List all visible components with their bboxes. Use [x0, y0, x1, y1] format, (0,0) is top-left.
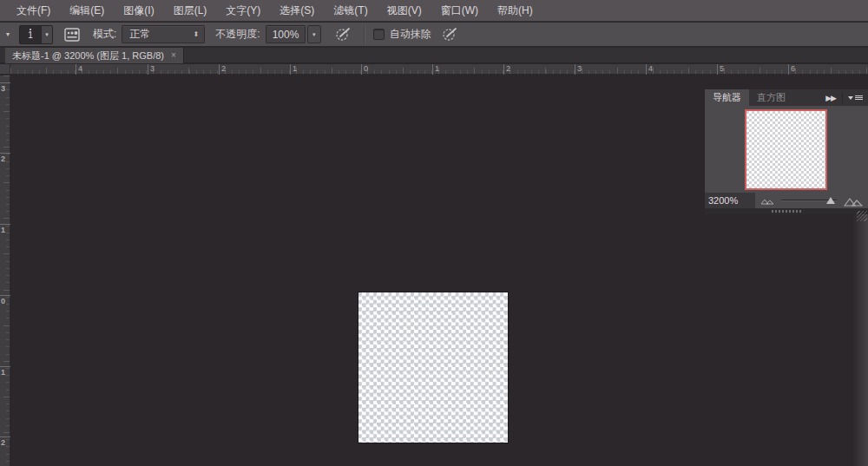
- document-tab-bar: 未标题-1 @ 3200% (图层 1, RGB/8) ×: [0, 48, 868, 63]
- ruler-tick: [503, 64, 504, 75]
- menu-item[interactable]: 视图(V): [378, 0, 431, 22]
- mode-label: 模式:: [93, 27, 116, 42]
- zoom-out-button[interactable]: [760, 196, 774, 205]
- ruler-tick: [290, 64, 291, 75]
- menu-item[interactable]: 窗口(W): [431, 0, 488, 22]
- ruler-number: 0: [1, 297, 5, 305]
- tab-histogram[interactable]: 直方图: [749, 89, 793, 106]
- navigator-thumbnail[interactable]: [745, 109, 827, 190]
- collapse-panel-button[interactable]: ▶▶: [819, 89, 842, 106]
- ruler-tick: [0, 153, 10, 154]
- large-mountains-icon: [844, 194, 863, 207]
- pressure-opacity-icon: [335, 27, 352, 42]
- opacity-input[interactable]: 100%: [266, 25, 306, 43]
- menu-item[interactable]: 选择(S): [270, 0, 324, 22]
- menu-item[interactable]: 图层(L): [164, 0, 217, 22]
- ruler-number: 4: [648, 64, 653, 73]
- ruler-number: 5: [720, 64, 724, 73]
- menu-bar: 文件(F)编辑(E)图像(I)图层(L)文字(Y)选择(S)滤镜(T)视图(V)…: [0, 0, 868, 22]
- ruler-number: 2: [221, 64, 226, 73]
- ruler-tick: [0, 436, 10, 437]
- menu-item[interactable]: 文字(Y): [216, 0, 270, 22]
- ruler-number: 0: [364, 64, 368, 73]
- ruler-tick: [219, 64, 220, 75]
- zoom-slider[interactable]: [779, 193, 838, 208]
- ruler-tick: [717, 64, 718, 75]
- tab-navigator[interactable]: 导航器: [705, 89, 749, 106]
- ruler-tick: [575, 64, 575, 75]
- brush-size-picker[interactable]: 1 ▾: [19, 25, 53, 44]
- ruler-tick: [432, 64, 433, 75]
- dock-edge-shade: [852, 213, 868, 466]
- ruler-tick: [0, 295, 10, 296]
- horizontal-ruler[interactable]: 4 3 2 1 0 1: [10, 64, 868, 75]
- header-spacer: [793, 89, 819, 106]
- ruler-tick: [0, 224, 10, 225]
- triangle-down-icon: [848, 96, 853, 100]
- chevron-down-icon[interactable]: ▾: [41, 26, 52, 43]
- slider-thumb[interactable]: [826, 197, 835, 204]
- ruler-number: 1: [435, 64, 439, 73]
- menu-item[interactable]: 帮助(H): [488, 0, 542, 22]
- navigator-panel-header: 导航器 直方图 ▶▶: [705, 89, 868, 106]
- ruler-number: 6: [791, 64, 795, 73]
- airbrush-icon: [442, 27, 458, 42]
- navigator-footer: 3200%: [705, 193, 868, 208]
- ruler-tick: [788, 64, 789, 75]
- auto-erase-checkbox[interactable]: [373, 29, 385, 40]
- zoom-in-button[interactable]: [844, 194, 863, 207]
- ruler-number: 1: [1, 368, 5, 377]
- brush-panel-icon: [64, 28, 80, 42]
- double-arrow-icon: ▶▶: [825, 94, 836, 102]
- document-title: 未标题-1 @ 3200% (图层 1, RGB/8): [12, 49, 164, 62]
- ruler-number: 2: [1, 438, 5, 447]
- panel-menu-button[interactable]: [843, 89, 868, 106]
- tab-navigator-label: 导航器: [713, 91, 741, 104]
- updown-arrows-icon: ⬍: [194, 30, 200, 38]
- auto-erase-label: 自动抹除: [390, 27, 431, 42]
- opacity-dropdown-button[interactable]: ▾: [307, 25, 321, 43]
- toggle-brush-panel-button[interactable]: [62, 26, 82, 43]
- menu-lines-icon: [855, 95, 863, 100]
- ruler-number: 1: [1, 226, 5, 234]
- brush-preview: 1: [20, 26, 41, 43]
- ruler-tick: [0, 366, 10, 367]
- vertical-ruler[interactable]: 3 2 1 0 1 2: [0, 75, 10, 466]
- airbrush-button[interactable]: [440, 26, 461, 43]
- blend-mode-value: 正常: [129, 27, 150, 42]
- ruler-number: 3: [577, 64, 582, 73]
- menu-item[interactable]: 图像(I): [114, 0, 163, 22]
- corner-resize-grip[interactable]: [857, 211, 867, 221]
- menu-item[interactable]: 编辑(E): [60, 0, 114, 22]
- options-divider: [364, 26, 365, 43]
- opacity-label: 不透明度:: [215, 27, 260, 42]
- tab-histogram-label: 直方图: [757, 91, 786, 104]
- blend-mode-select[interactable]: 正常 ⬍: [122, 25, 205, 43]
- ruler-tick: [361, 64, 362, 75]
- ruler-number: 2: [506, 64, 510, 73]
- ruler-tick: [76, 64, 76, 75]
- small-mountains-icon: [760, 196, 774, 205]
- ruler-number: 4: [78, 64, 82, 73]
- drag-handle-icon: [772, 210, 801, 213]
- close-icon[interactable]: ×: [171, 51, 176, 60]
- tool-preset-dropdown-icon[interactable]: ▾: [2, 30, 14, 38]
- document-tab[interactable]: 未标题-1 @ 3200% (图层 1, RGB/8) ×: [5, 48, 184, 63]
- ruler-corner: [0, 64, 10, 75]
- tool-options-bar: ▾ 1 ▾ 模式: 正常 ⬍ 不透明度: 100% ▾: [0, 23, 868, 47]
- ruler-tick: [0, 82, 10, 83]
- ruler-number: 2: [1, 154, 5, 163]
- menu-item[interactable]: 滤镜(T): [324, 0, 377, 22]
- ruler-number: 3: [1, 84, 5, 93]
- ruler-number: 1: [293, 64, 297, 73]
- ruler-number: 3: [150, 64, 155, 73]
- brush-size-value: 1: [28, 31, 33, 40]
- menu-item[interactable]: 文件(F): [7, 0, 60, 22]
- panel-resize-bar[interactable]: [705, 208, 868, 214]
- ruler-tick: [148, 64, 148, 75]
- zoom-percent-input[interactable]: 3200%: [705, 193, 755, 208]
- document-canvas-transparent[interactable]: [358, 292, 508, 443]
- opacity-value: 100%: [273, 29, 299, 41]
- pressure-opacity-button[interactable]: [333, 26, 354, 43]
- navigator-preview-area: [705, 106, 868, 193]
